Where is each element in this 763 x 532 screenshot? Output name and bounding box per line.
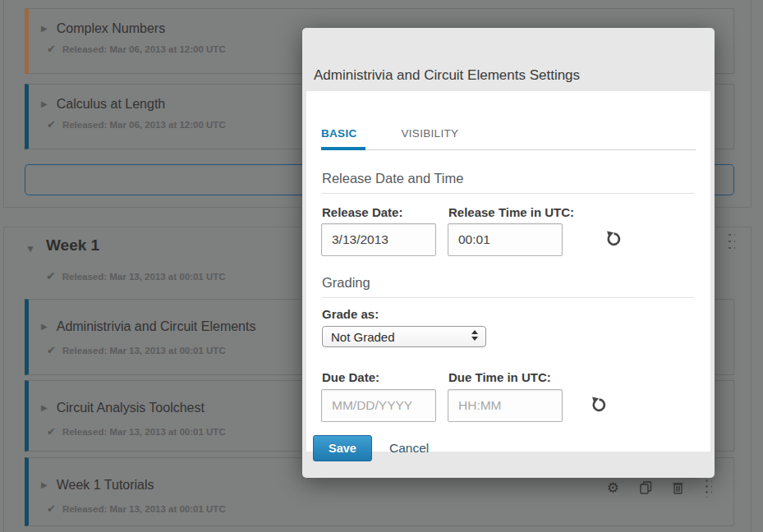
released-date: Released: Mar 13, 2013 at 00:01 UTC xyxy=(62,504,226,514)
cancel-link[interactable]: Cancel xyxy=(389,441,429,456)
published-check-icon: ✔ xyxy=(46,271,56,282)
release-section-heading: Release Date and Time xyxy=(322,171,694,194)
save-button[interactable]: Save xyxy=(313,435,372,461)
delete-icon[interactable] xyxy=(673,481,683,494)
tab-basic[interactable]: BASIC xyxy=(321,127,365,150)
tab-visibility[interactable]: VISIBILITY xyxy=(402,127,459,149)
published-check-icon: ✔ xyxy=(47,426,56,437)
select-stepper-arrows-icon xyxy=(471,330,478,341)
released-date: Released: Mar 13, 2013 at 00:01 UTC xyxy=(62,427,226,437)
published-check-icon: ✔ xyxy=(47,345,56,355)
drag-handle[interactable] xyxy=(704,478,712,498)
subsection-title: Calculus at Length xyxy=(57,97,166,112)
grade-as-label: Grade as: xyxy=(322,307,379,321)
release-time-input[interactable] xyxy=(448,223,563,256)
published-check-icon: ✔ xyxy=(47,119,56,130)
due-time-label: Due Time in UTC: xyxy=(448,370,551,384)
settings-gear-icon[interactable]: ⚙ xyxy=(607,481,619,495)
grading-section-heading: Grading xyxy=(322,275,694,298)
subsection-title: Week 1 Tutorials xyxy=(57,478,154,493)
modal-tabs: BASIC VISIBILITY xyxy=(321,127,696,150)
subsection-settings-modal: Administrivia and Circuit Elements Setti… xyxy=(302,28,715,478)
released-date: Released: Mar 06, 2013 at 12:00 UTC xyxy=(62,44,226,54)
released-date: Released: Mar 13, 2013 at 00:01 UTC xyxy=(62,346,226,355)
course-outline-page: ▶ Complex Numbers ✔ Released: Mar 06, 20… xyxy=(0,0,763,532)
grade-as-select[interactable]: Not Graded xyxy=(322,326,486,347)
expand-arrow-icon[interactable]: ▶ xyxy=(41,25,48,33)
subsection-title: Circuit Analysis Toolchest xyxy=(57,401,205,415)
due-time-input[interactable] xyxy=(448,389,563,422)
section-title: Week 1 xyxy=(46,236,99,255)
released-date: Released: Mar 13, 2013 at 00:01 UTC xyxy=(62,272,226,282)
grade-as-selected-value: Not Graded xyxy=(331,330,395,344)
expand-arrow-icon[interactable]: ▶ xyxy=(41,481,48,489)
modal-window: BASIC VISIBILITY Release Date and Time R… xyxy=(306,91,710,452)
collapse-arrow-icon[interactable]: ▼ xyxy=(25,243,35,255)
release-date-label: Release Date: xyxy=(322,205,402,219)
expand-arrow-icon[interactable]: ▶ xyxy=(41,100,48,108)
drag-handle[interactable] xyxy=(727,232,735,254)
published-check-icon: ✔ xyxy=(47,503,56,514)
reset-release-icon[interactable] xyxy=(604,230,623,248)
expand-arrow-icon[interactable]: ▶ xyxy=(41,404,48,412)
published-check-icon: ✔ xyxy=(47,44,56,54)
subsection-title: Complex Numbers xyxy=(57,21,165,36)
reset-due-icon[interactable] xyxy=(590,396,608,414)
released-date: Released: Mar 06, 2013 at 12:00 UTC xyxy=(62,120,226,130)
due-date-input[interactable] xyxy=(321,389,436,422)
release-date-input[interactable] xyxy=(321,223,436,256)
release-time-label: Release Time in UTC: xyxy=(448,205,574,219)
subsection-title: Administrivia and Circuit Elements xyxy=(57,319,256,334)
modal-title: Administrivia and Circuit Elements Setti… xyxy=(314,67,580,84)
due-date-label: Due Date: xyxy=(322,370,379,384)
expand-arrow-icon[interactable]: ▶ xyxy=(41,323,48,331)
duplicate-icon[interactable] xyxy=(640,481,652,494)
